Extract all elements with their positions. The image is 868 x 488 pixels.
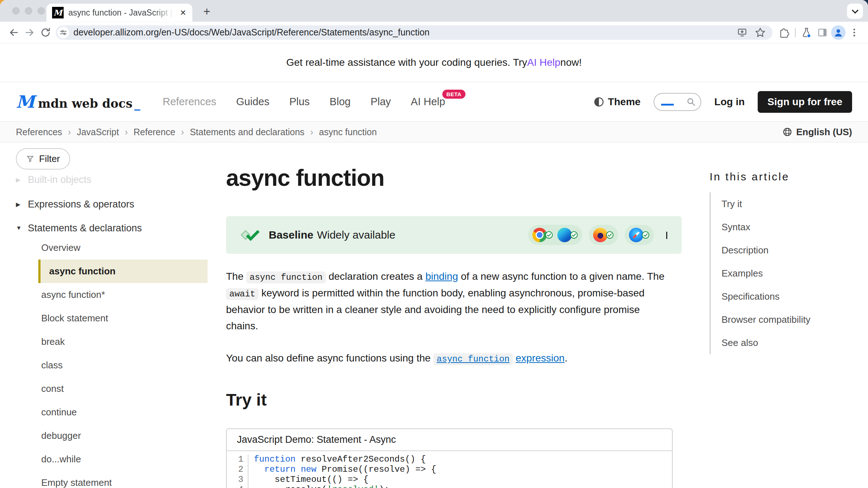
search-caret — [661, 104, 674, 106]
breadcrumb-item[interactable]: Reference — [119, 127, 175, 137]
reload-button[interactable] — [38, 25, 54, 40]
toc-item[interactable]: Description — [722, 239, 858, 262]
browser-toolbar: developer.allizom.org/en-US/docs/Web/Jav… — [0, 22, 868, 43]
toc-item[interactable]: Examples — [722, 262, 858, 285]
sidebar-item[interactable]: async function — [38, 260, 208, 283]
baseline-availability: Widely available — [317, 229, 395, 241]
sidebar-section-label: Built-in objects — [28, 174, 92, 185]
line-number: 1 — [227, 454, 243, 465]
window-close-button[interactable] — [12, 7, 20, 14]
browser-tab[interactable]: M async function - JavaScript | MDN × — [46, 4, 192, 22]
nav-item-label: Guides — [236, 96, 269, 107]
sidebar-item-list: Overviewasync functionasync function*Blo… — [16, 236, 208, 488]
breadcrumb-item[interactable]: Statements and declarations — [175, 127, 305, 137]
page-title: async function — [226, 166, 682, 189]
toc-item[interactable]: Browser compatibility — [722, 308, 858, 331]
language-switcher[interactable]: English (US) — [782, 127, 852, 138]
nav-item[interactable]: AI Help BETA — [411, 96, 445, 108]
nav-item[interactable]: Play — [370, 96, 391, 108]
forward-button[interactable] — [22, 25, 38, 40]
nav-item[interactable]: Guides — [236, 96, 269, 108]
chevron-down-icon — [852, 7, 858, 13]
sidebar-section-label: Statements & declarations — [28, 223, 142, 234]
toc-item[interactable]: Specifications — [722, 285, 858, 308]
sidebar-section-expressions-operators[interactable]: ▶ Expressions & operators — [16, 196, 208, 212]
sidebar-item-label: async function — [49, 266, 115, 277]
filter-button[interactable]: Filter — [16, 148, 70, 170]
url-text[interactable]: developer.allizom.org/en-US/docs/Web/Jav… — [73, 27, 734, 38]
extensions-puzzle-icon[interactable] — [776, 25, 792, 40]
side-panel-icon[interactable] — [814, 25, 830, 40]
sidebar-section-built-in-objects[interactable]: ▶ Built-in objects — [16, 172, 208, 188]
nav-item-label: Blog — [329, 96, 350, 107]
beta-badge: BETA — [442, 90, 465, 99]
sidebar-item[interactable]: break — [16, 330, 208, 354]
toc-item[interactable]: Try it — [722, 192, 858, 215]
sidebar-item-label: continue — [41, 407, 77, 418]
intro-paragraph: The async function declaration creates a… — [226, 268, 673, 334]
promo-ai-help-link[interactable]: AI Help — [527, 57, 561, 68]
breadcrumb-item[interactable]: JavaScript — [62, 127, 119, 137]
mdn-logo-text: mdn web docs — [38, 97, 132, 111]
sidebar-section-statements-declarations[interactable]: ▼ Statements & declarations — [16, 220, 208, 236]
site-settings-icon[interactable] — [58, 27, 69, 38]
baseline-expand-button[interactable] — [664, 230, 669, 240]
search-input[interactable] — [654, 93, 701, 111]
tab-close-button[interactable]: × — [178, 7, 188, 18]
theme-label: Theme — [608, 96, 641, 108]
inline-code-link[interactable]: async function — [433, 352, 513, 364]
safari-support — [629, 228, 650, 242]
toc-title: In this article — [710, 171, 858, 183]
experiments-flask-icon[interactable] — [799, 25, 814, 40]
bookmark-star-icon[interactable] — [752, 25, 768, 40]
breadcrumb-label: async function — [319, 127, 377, 137]
article: async function BaselineWidely available — [226, 142, 682, 488]
sidebar-item[interactable]: continue — [16, 401, 208, 424]
sidebar-item-label: class — [41, 360, 63, 371]
toc-item-label: Specifications — [722, 291, 779, 302]
address-bar[interactable]: developer.allizom.org/en-US/docs/Web/Jav… — [56, 25, 773, 40]
window-zoom-button[interactable] — [38, 7, 45, 14]
firefox-icon — [593, 228, 608, 242]
nav-item[interactable]: Plus — [289, 96, 310, 108]
toc-item[interactable]: Syntax — [722, 215, 858, 239]
baseline-browser-support — [528, 225, 669, 245]
breadcrumb-item[interactable]: References — [16, 127, 62, 137]
back-button[interactable] — [6, 25, 22, 40]
profile-avatar[interactable] — [830, 25, 846, 40]
toc-item-label: Try it — [722, 198, 742, 210]
sidebar-item[interactable]: debugger — [16, 424, 208, 448]
baseline-status: BaselineWidely available — [269, 229, 395, 241]
line-number: 4 — [227, 485, 243, 488]
sidebar-item[interactable]: const — [16, 377, 208, 401]
edge-support — [557, 228, 578, 242]
mdn-logo[interactable]: M mdn web docs _ — [16, 92, 140, 112]
inline-link[interactable]: binding — [425, 271, 458, 282]
code-editor[interactable]: 1function resolveAfter2Seconds() {2 retu… — [227, 451, 672, 488]
sidebar-item[interactable]: Overview — [16, 236, 208, 260]
nav-item[interactable]: References — [163, 96, 216, 108]
breadcrumb-item[interactable]: async function — [305, 127, 377, 137]
avatar — [831, 25, 846, 40]
window-minimize-button[interactable] — [25, 7, 32, 14]
sidebar-item[interactable]: async function* — [16, 283, 208, 307]
signup-button[interactable]: Sign up for free — [758, 91, 852, 113]
sidebar-item[interactable]: Block statement — [16, 307, 208, 330]
install-app-icon[interactable] — [734, 25, 750, 40]
sidebar-item[interactable]: do...while — [16, 448, 208, 471]
theme-toggle[interactable]: Theme — [593, 96, 641, 108]
login-link[interactable]: Log in — [714, 96, 745, 108]
sidebar-item[interactable]: class — [16, 354, 208, 377]
line-number: 3 — [227, 475, 243, 485]
toc-item-label: See also — [722, 337, 758, 348]
sidebar-item[interactable]: Empty statement — [16, 471, 208, 488]
tab-search-button[interactable] — [847, 4, 863, 19]
safari-support-chip — [625, 225, 654, 245]
inline-link[interactable]: expression — [516, 352, 565, 364]
new-tab-button[interactable]: + — [200, 4, 214, 19]
check-badge-icon — [642, 231, 650, 239]
browser-menu-kebab-icon[interactable] — [846, 25, 862, 40]
nav-item[interactable]: Blog — [329, 96, 350, 108]
toc-item[interactable]: See also — [722, 331, 858, 354]
site-header: M mdn web docs _ References Guides Plus … — [0, 82, 868, 121]
